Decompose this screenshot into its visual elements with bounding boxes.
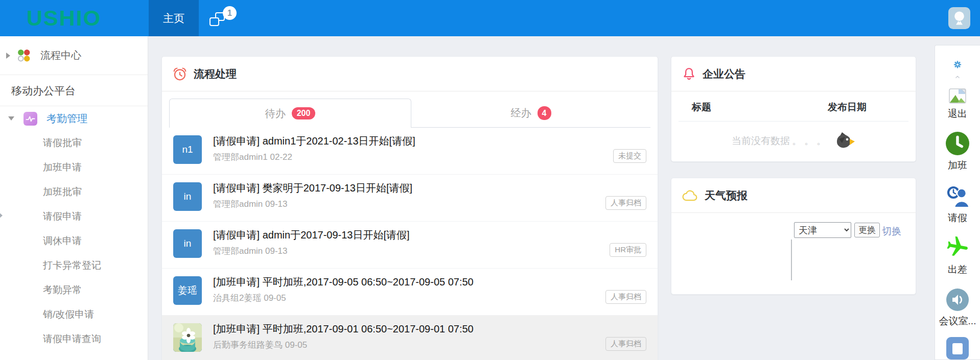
avatar: in [173,182,202,211]
handled-count-badge: 4 [538,106,551,120]
broken-image-icon [949,88,966,104]
sidebar-item-leave-approval[interactable]: 请假批审 [0,131,148,155]
item-meta: 管理部admin 09-13 [213,198,288,210]
sidebar-item-process-center[interactable]: 流程中心 [0,36,148,75]
notification-badge: 1 [223,6,237,20]
toolbar-label: 出差 [948,263,967,276]
sidebar: 流程中心 移动办公平台 考勤管理 请假批审 加班申请 加班批审 请假申请 调休申… [0,36,148,360]
item-meta: 管理部admin1 02-22 [213,151,292,163]
toolbar-item-business-trip[interactable]: 出差 [945,235,970,276]
alarm-clock-icon [172,66,188,82]
settings-gear-icon[interactable] [948,61,967,68]
switch-link[interactable]: 切换 [882,225,901,238]
sidebar-item-comp-leave-request[interactable]: 调休申请 [0,229,148,253]
app-window: USHIO 主页 1 流程中心 [0,0,980,360]
toolbar-label: 会议室... [939,315,976,328]
weather-header: 天气预报 [671,178,916,213]
chevron-down-icon [8,116,14,121]
top-bar: USHIO 主页 1 [0,0,980,36]
sidebar-item-label: 流程中心 [40,49,81,62]
item-title: [请假申请] 樊家明于2017-09-13日开始[请假] [213,181,412,195]
tab-pending-label: 待办 [265,107,286,121]
item-title: [请假申请] admin于2017-09-13日开始[请假] [213,228,410,242]
avatar: n1 [173,135,202,164]
item-title: [加班申请] 平时加班,2017-09-05 06:50~2017-09-05 … [213,275,474,289]
attendance-icon [24,112,37,126]
item-title: [加班申请] 平时加班,2017-09-01 06:50~2017-09-01 … [213,322,474,336]
tab-home[interactable]: 主页 [149,0,199,36]
column-header-date: 发布日期 [828,101,867,114]
announcement-panel: 企业公告 标题 发布日期 当前没有数据 。。。 [671,56,916,162]
status-tag: 人事归档 [605,196,646,210]
process-tabs: 待办 200 经办 4 [169,99,650,128]
change-city-button[interactable]: 更换 [854,223,880,237]
sidebar-item-attendance-exception[interactable]: 考勤异常 [0,278,148,302]
meeting-speaker-icon [946,289,969,311]
toolbar-label: 加班 [948,159,967,172]
item-meta: 治具组2姜瑶 09-05 [213,292,286,304]
collapse-up-icon[interactable] [952,76,963,78]
tab-handled[interactable]: 经办 4 [411,99,650,128]
overtime-clock-icon [946,132,969,155]
item-title: [请假申请] admin1于2021-02-13日开始[请假] [213,134,415,148]
sidebar-item-overtime-approval[interactable]: 加班批审 [0,180,148,204]
toolbar-item-meeting-room[interactable]: 会议室... [939,289,976,328]
empty-state: 当前没有数据 。。。 [671,131,916,151]
process-item[interactable]: 姜瑶 [加班申请] 平时加班,2017-09-05 06:50~2017-09-… [162,269,658,316]
table-divider [679,121,908,122]
user-avatar[interactable] [948,7,970,29]
avatar-photo [173,323,202,352]
pending-count-badge: 200 [292,107,316,119]
empty-text: 当前没有数据 [732,134,790,148]
process-item[interactable]: in [请假申请] admin于2017-09-13日开始[请假] 管理部adm… [162,222,658,269]
sidebar-item-cancel-modify-leave[interactable]: 销/改假申请 [0,302,148,327]
toolbar-item-leave[interactable]: 请假 [946,185,969,225]
widget-divider [791,239,792,280]
toolbar-label: 退出 [948,107,967,121]
announcement-header: 企业公告 [671,57,916,91]
panel-title: 企业公告 [703,67,745,81]
process-list: n1 [请假申请] admin1于2021-02-13日开始[请假] 管理部ad… [162,128,658,360]
avatar: in [173,229,202,258]
toolbar-item-partial[interactable] [946,337,969,359]
empty-dots: 。。。 [792,134,829,148]
panel-title: 流程处理 [194,67,237,81]
tab-home-label: 主页 [163,11,184,26]
sidebar-item-attendance[interactable]: 考勤管理 [0,106,148,131]
cloud-icon [682,188,698,202]
partial-blue-icon [946,337,969,359]
toolbar-item-overtime[interactable]: 加班 [946,132,969,172]
item-meta: 管理部admin 09-13 [213,245,288,257]
sidebar-item-leave-query[interactable]: 请假申请查询 [0,327,148,351]
city-select[interactable]: 天津 [794,222,851,238]
process-center-icon [16,48,31,63]
sidebar-item-leave-request[interactable]: 请假申请 [0,204,148,229]
status-tag: HR审批 [610,243,646,257]
status-tag: 人事归档 [605,290,646,304]
sidebar-item-punch-exception[interactable]: 打卡异常登记 [0,253,148,278]
sidebar-item-overtime-request[interactable]: 加班申请 [0,155,148,180]
process-item[interactable]: [加班申请] 平时加班,2017-09-01 06:50~2017-09-01 … [162,316,658,360]
bird-icon [832,131,855,151]
item-meta: 后勤事务组路姜鸟 09-05 [213,339,307,351]
toolbar-item-logout[interactable]: 退出 [948,88,967,121]
chevron-right-icon [6,53,10,59]
business-trip-plane-icon [945,235,970,259]
app-logo[interactable]: USHIO [27,0,101,36]
person-icon [948,7,970,29]
leave-person-clock-icon [946,185,969,208]
flower-cup-photo [173,323,202,352]
process-panel-header: 流程处理 [162,57,658,91]
sidebar-section-mobile-office: 移动办公平台 [0,75,148,106]
sidebar-collapse-handle[interactable] [0,211,3,220]
bell-icon [682,66,696,82]
notifications-button[interactable]: 1 [209,0,246,36]
weather-panel: 天气预报 天津 更换 切换 [671,178,916,295]
process-item[interactable]: in [请假申请] 樊家明于2017-09-13日开始[请假] 管理部admin… [162,175,658,222]
tab-pending[interactable]: 待办 200 [169,99,411,128]
right-toolbar: 退出 加班 请假 出差 [935,45,980,360]
status-tag: 人事归档 [605,337,646,351]
column-header-title: 标题 [692,101,711,114]
toolbar-label: 请假 [948,211,967,225]
process-item[interactable]: n1 [请假申请] admin1于2021-02-13日开始[请假] 管理部ad… [162,128,658,175]
